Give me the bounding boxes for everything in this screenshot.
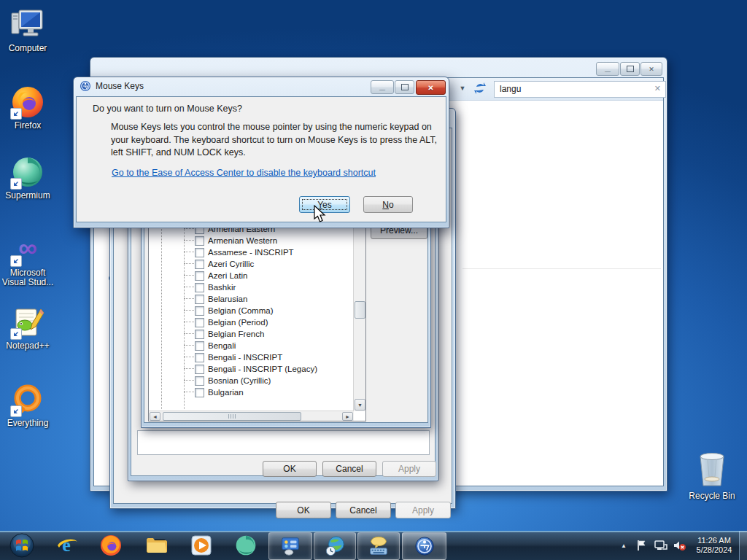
tree-connector — [184, 275, 194, 276]
ease-of-access-icon — [80, 80, 91, 92]
language-row[interactable]: Belgian (Comma) — [184, 305, 273, 316]
search-clear-icon[interactable]: ✕ — [654, 84, 661, 93]
desktop-icon-firefox[interactable]: Firefox — [0, 85, 55, 131]
tree-connector — [184, 368, 194, 370]
show-desktop-button[interactable] — [739, 531, 747, 560]
language-row[interactable]: Armenian Western — [184, 235, 277, 246]
language-checkbox[interactable] — [195, 330, 204, 339]
tree-connector — [184, 392, 194, 393]
taskbar-item-internet-explorer[interactable]: e — [53, 532, 82, 559]
language-checkbox[interactable] — [195, 365, 204, 374]
tree-connector — [184, 322, 194, 323]
desktop-icon-label: Computer — [0, 44, 55, 53]
computer-icon — [10, 7, 45, 42]
search-box[interactable]: langu ✕ — [494, 81, 666, 98]
cancel-button[interactable]: Cancel — [336, 502, 391, 518]
taskbar-clock[interactable]: 11:26 AM 5/28/2024 — [692, 532, 737, 559]
ease-of-access-link[interactable]: Go to the Ease of Access Center to disab… — [112, 168, 376, 178]
language-row[interactable]: Azeri Latin — [184, 270, 247, 281]
minimize-button[interactable]: — — [596, 62, 619, 76]
windows-logo-icon — [9, 533, 34, 558]
shortcut-arrow-icon — [10, 255, 22, 267]
cancel-button[interactable]: Cancel — [322, 461, 376, 477]
language-checkbox[interactable] — [195, 318, 204, 327]
language-checkbox[interactable] — [195, 283, 204, 292]
taskbar-item-firefox[interactable] — [96, 532, 125, 559]
dialog-description: Mouse Keys lets you control the mouse po… — [111, 121, 437, 160]
start-button[interactable] — [7, 532, 36, 559]
keyboard-balloon-icon — [368, 535, 390, 557]
language-row[interactable]: Assamese - INSCRIPT — [184, 246, 294, 258]
desktop-icon-computer[interactable]: Computer — [0, 7, 55, 53]
language-checkbox[interactable] — [195, 295, 204, 304]
language-row[interactable]: Bashkir — [184, 281, 236, 293]
maximize-button[interactable] — [620, 62, 640, 76]
close-glyph: ✕ — [649, 66, 654, 73]
language-row[interactable]: Bengali - INSCRIPT — [184, 351, 282, 363]
recycle-bin-icon — [693, 449, 731, 490]
taskbar: e — [0, 531, 747, 560]
language-label: Belgian French — [208, 330, 264, 338]
desktop: Computer Firefox — [0, 0, 747, 560]
network-tray-icon[interactable] — [651, 532, 670, 559]
maximize-glyph — [627, 66, 634, 72]
folder-icon — [144, 534, 168, 557]
minimize-glyph: — — [605, 68, 611, 74]
language-checkbox[interactable] — [195, 376, 204, 386]
language-checkbox[interactable] — [195, 236, 204, 246]
ok-button[interactable]: OK — [263, 461, 317, 477]
search-input-value[interactable]: langu — [500, 84, 521, 94]
language-checkbox[interactable] — [195, 306, 204, 316]
scroll-left-arrow[interactable]: ◄ — [150, 412, 160, 421]
desktop-icon-supermium[interactable]: Supermium — [0, 155, 55, 201]
language-row[interactable]: Bulgarian — [184, 386, 244, 398]
volume-tray-icon[interactable] — [670, 532, 689, 559]
no-button[interactable]: No — [363, 196, 413, 213]
ok-button[interactable]: OK — [276, 502, 331, 518]
language-row[interactable]: Belarusian — [184, 293, 247, 305]
scroll-down-arrow[interactable]: ▼ — [355, 399, 365, 411]
language-row[interactable]: Bengali — [184, 340, 236, 351]
close-button[interactable]: ✕ — [640, 62, 662, 76]
scroll-right-arrow[interactable]: ► — [342, 412, 353, 421]
desktop-icon-recycle-bin[interactable]: Recycle Bin — [684, 449, 740, 501]
desktop-icon-everything[interactable]: Everything — [0, 382, 55, 428]
language-checkbox[interactable] — [195, 271, 204, 281]
address-dropdown-button[interactable]: ▼ — [456, 81, 469, 96]
close-button[interactable]: ✕ — [416, 80, 446, 95]
action-center-tray-icon[interactable] — [633, 532, 651, 559]
taskbar-item-text-services[interactable] — [357, 532, 400, 560]
control-panel-icon — [279, 535, 301, 557]
tree-connector — [184, 298, 194, 300]
desktop-icon-notepad-plus-plus[interactable]: Notepad++ — [0, 305, 55, 351]
maximize-button[interactable] — [395, 80, 414, 94]
taskbar-item-windows-explorer[interactable] — [142, 532, 171, 559]
scrollbar-thumb[interactable] — [355, 301, 365, 319]
refresh-button[interactable] — [472, 80, 488, 96]
language-checkbox[interactable] — [195, 388, 204, 397]
scrollbar-thumb[interactable] — [163, 412, 301, 421]
mouse-keys-dialog: Mouse Keys — ✕ Do you want to turn on Mo… — [73, 77, 449, 228]
taskbar-item-supermium[interactable] — [231, 532, 260, 559]
minimize-button[interactable]: — — [371, 80, 394, 94]
taskbar-item-media-player[interactable] — [187, 532, 216, 559]
language-checkbox[interactable] — [195, 248, 204, 257]
language-row[interactable]: Belgian (Period) — [184, 316, 268, 328]
visual-studio-icon: ∞ — [10, 235, 45, 267]
language-row[interactable]: Bengali - INSCRIPT (Legacy) — [184, 363, 317, 375]
tree-connector — [184, 345, 194, 346]
horizontal-scrollbar[interactable]: ◄ ► — [149, 411, 354, 421]
refresh-icon — [472, 80, 488, 96]
language-row[interactable]: Bosnian (Cyrillic) — [184, 375, 271, 386]
taskbar-item-control-panel[interactable] — [268, 532, 312, 560]
desktop-icon-visual-studio[interactable]: ∞ Microsoft Visual Stud... — [0, 235, 55, 287]
taskbar-item-region-language[interactable] — [314, 532, 356, 560]
language-checkbox[interactable] — [195, 353, 204, 362]
language-row[interactable]: Belgian French — [184, 328, 264, 340]
language-row[interactable]: Azeri Cyrillic — [184, 258, 254, 270]
language-checkbox[interactable] — [195, 341, 204, 351]
language-checkbox[interactable] — [195, 260, 204, 269]
language-label: Belgian (Comma) — [208, 306, 273, 315]
taskbar-item-mouse-keys[interactable] — [402, 532, 446, 560]
show-hidden-icons-button[interactable]: ▲ — [616, 532, 632, 559]
